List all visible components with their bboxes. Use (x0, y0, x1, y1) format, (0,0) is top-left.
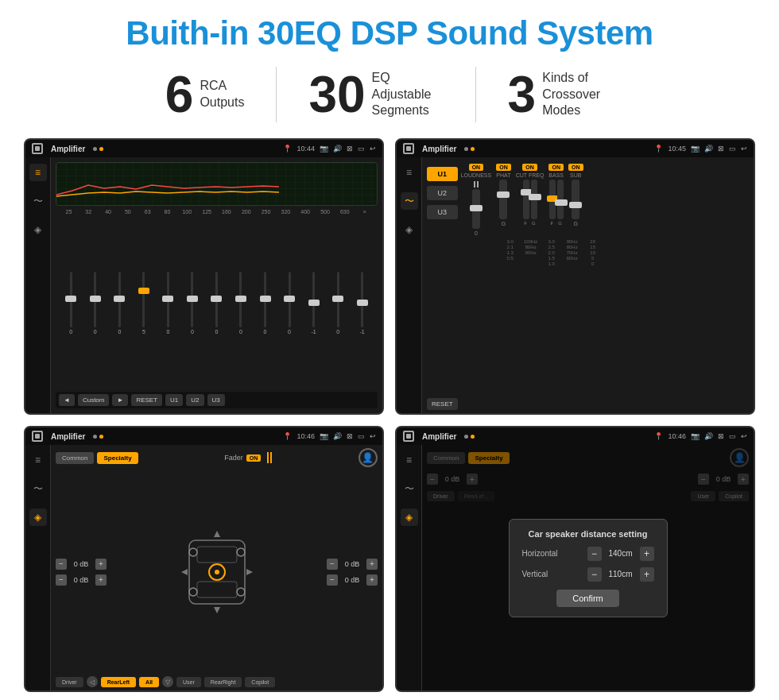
home-icon-4[interactable] (403, 431, 414, 442)
freq-50: 50 (121, 209, 135, 215)
phat-on[interactable]: ON (496, 164, 511, 171)
freq-250: 250 (259, 209, 273, 215)
person-icon[interactable]: 👤 (358, 448, 378, 467)
horizontal-plus-btn[interactable]: + (640, 547, 654, 561)
speaker-icon-4[interactable]: ◈ (401, 509, 418, 526)
db-minus-bl[interactable]: − (56, 574, 67, 586)
wave-icon-2[interactable]: 〜 (401, 192, 418, 210)
wave-icon-3[interactable]: 〜 (29, 480, 47, 497)
eq-prev-btn[interactable]: ◄ (59, 394, 75, 406)
confirm-button[interactable]: Confirm (556, 590, 619, 607)
eq-u3-btn[interactable]: U3 (207, 394, 225, 406)
back-icon-2[interactable]: ↩ (741, 145, 747, 153)
preset-u2[interactable]: U2 (427, 186, 458, 200)
time-2: 10:45 (668, 145, 686, 153)
eq-slider-5[interactable]: 0 (185, 272, 200, 335)
db-minus-tl[interactable]: − (56, 559, 67, 570)
db-minus-tr[interactable]: − (327, 559, 338, 570)
db-minus-br[interactable]: − (327, 574, 338, 586)
eq-u1-btn[interactable]: U1 (165, 394, 183, 406)
eq-slider-7[interactable]: 0 (234, 272, 248, 335)
db-plus-bl[interactable]: + (95, 574, 107, 586)
db-plus-tr[interactable]: + (366, 559, 378, 570)
tab-specialty[interactable]: Specialty (97, 452, 138, 464)
db-plus-br[interactable]: + (366, 574, 378, 586)
stats-row: 6 RCAOutputs 30 EQ AdjustableSegments 3 … (24, 67, 755, 122)
eq-icon-3[interactable]: ≡ (29, 451, 47, 469)
eq-slider-2[interactable]: 0 (112, 272, 126, 335)
back-icon-3[interactable]: ↩ (370, 432, 376, 440)
crossover-reset-btn[interactable]: RESET (427, 398, 458, 410)
wave-icon[interactable]: 〜 (29, 192, 47, 210)
cutfreq-on[interactable]: ON (522, 164, 537, 171)
back-icon-4[interactable]: ↩ (741, 432, 747, 440)
sub-on[interactable]: ON (568, 164, 583, 171)
home-icon-3[interactable] (32, 431, 43, 442)
db-ctrl-bl: − 0 dB + (56, 574, 107, 586)
cutfreq-slider-g[interactable] (531, 180, 537, 219)
eq-slider-1[interactable]: 0 (88, 272, 103, 335)
vertical-value: 110cm (605, 570, 637, 578)
eq-slider-6[interactable]: 0 (209, 272, 223, 335)
eq-next-btn[interactable]: ► (112, 394, 128, 406)
dot-6 (99, 435, 103, 439)
side-icons-2: ≡ 〜 ◈ (397, 157, 422, 413)
dialog-overlay: Car speaker distance setting Horizontal … (422, 445, 754, 690)
eq-slider-12[interactable]: -1 (355, 272, 370, 335)
btn-copilot[interactable]: Copilot (245, 677, 275, 687)
vertical-minus-btn[interactable]: − (587, 567, 602, 582)
db-plus-tl[interactable]: + (95, 559, 107, 570)
eq-icon-4[interactable]: ≡ (401, 451, 418, 469)
eq-slider-11[interactable]: 0 (331, 272, 345, 335)
btn-rearright[interactable]: RearRight (204, 677, 242, 687)
sv-8: 0 (264, 329, 267, 335)
vertical-plus-btn[interactable]: + (640, 567, 654, 582)
vertical-label: Vertical (522, 570, 548, 578)
eq-icon-2[interactable]: ≡ (401, 164, 418, 181)
loudness-on[interactable]: ON (469, 164, 484, 171)
bass-on[interactable]: ON (548, 164, 564, 171)
eq-slider-10[interactable]: -1 (307, 272, 321, 335)
horizontal-minus-btn[interactable]: − (587, 547, 602, 561)
phat-slider[interactable] (499, 180, 507, 219)
horizontal-label: Horizontal (522, 549, 558, 558)
eq-icon[interactable]: ≡ (29, 164, 47, 181)
eq-slider-0[interactable]: 0 (64, 272, 78, 335)
dots-2 (464, 147, 475, 151)
down-arrow[interactable]: ▽ (162, 676, 173, 687)
sv-9: 0 (288, 329, 291, 335)
speaker-icon-2[interactable]: ◈ (401, 221, 418, 238)
speaker-icon[interactable]: ◈ (29, 221, 47, 238)
ctrl-loudness: ON LOUDNESS 0 (461, 164, 492, 236)
loudness-slider[interactable] (472, 189, 480, 229)
left-arrow[interactable]: ◁ (87, 676, 98, 687)
bass-slider-g[interactable] (557, 180, 564, 219)
bass-label: BASS (548, 172, 564, 178)
eq-slider-9[interactable]: 0 (282, 272, 296, 335)
sub-slider[interactable] (572, 180, 579, 219)
wave-icon-4[interactable]: 〜 (401, 480, 418, 497)
sv-0: 0 (69, 329, 72, 335)
back-icon-1[interactable]: ↩ (370, 145, 376, 153)
eq-u2-btn[interactable]: U2 (186, 394, 203, 406)
speaker-icon-3[interactable]: ◈ (29, 509, 47, 526)
fader-on-badge[interactable]: ON (246, 454, 262, 462)
sv-7: 0 (239, 329, 242, 335)
eq-reset-btn[interactable]: RESET (131, 394, 162, 406)
home-icon-2[interactable] (403, 143, 414, 154)
eq-slider-8[interactable]: 0 (258, 272, 273, 335)
eq-slider-4[interactable]: 0 (161, 272, 175, 335)
preset-u3[interactable]: U3 (427, 205, 458, 219)
btn-driver[interactable]: Driver (56, 677, 83, 687)
tab-common[interactable]: Common (56, 452, 94, 464)
home-icon-1[interactable] (32, 143, 43, 154)
ctrl-cutfreq: ON CUT FREQ (516, 164, 545, 236)
db-val-tl: 0 dB (69, 560, 93, 568)
svg-point-9 (237, 588, 245, 596)
eq-custom-btn[interactable]: Custom (78, 394, 110, 406)
btn-rearleft[interactable]: RearLeft (101, 677, 136, 687)
preset-u1[interactable]: U1 (427, 167, 458, 181)
btn-user[interactable]: User (176, 677, 201, 687)
eq-slider-3[interactable]: 5 (137, 272, 151, 335)
btn-all[interactable]: All (139, 677, 159, 687)
